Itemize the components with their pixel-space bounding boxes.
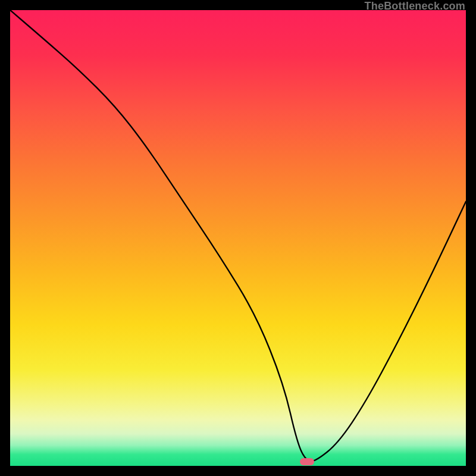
curve-path [10,10,466,461]
optimum-marker [300,458,314,465]
chart-stage: TheBottleneck.com [0,0,476,476]
plot-area [10,10,466,466]
bottleneck-curve [10,10,466,466]
watermark-text: TheBottleneck.com [365,0,465,12]
